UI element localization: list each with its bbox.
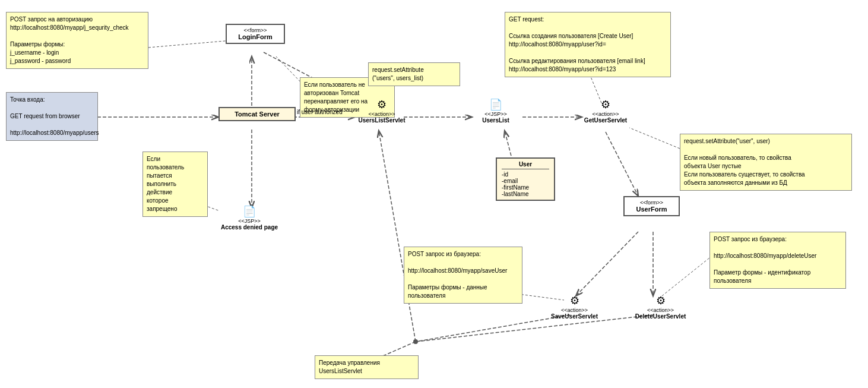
diagram-container: POST запрос на авторизацию http://localh… <box>0 0 868 388</box>
svg-line-14 <box>659 255 712 298</box>
label-if-authorized: if user authorized <box>297 109 343 115</box>
user-form-component: <<form>> UserForm <box>623 196 680 216</box>
note-entry-point: Точка входа: GET request from browser ht… <box>6 92 98 141</box>
note-user-denied: Если пользователь пытается выполнить дей… <box>142 152 208 217</box>
login-form-component: <<form>> LoginForm <box>226 24 285 44</box>
svg-line-6 <box>606 132 638 196</box>
get-user-servlet: ⚙ <<action>> GetUserServlet <box>579 98 632 124</box>
delete-user-servlet: ⚙ <<action>> DeleteUserServlet <box>629 294 692 320</box>
save-user-servlet: ⚙ <<action>> SaveUserServlet <box>546 294 603 320</box>
note-transfer-control: Передача управления UsersListServlet <box>315 355 419 379</box>
user-entity: User -id -email -firstName -lastName <box>496 157 555 201</box>
svg-line-8 <box>148 40 232 48</box>
svg-line-15 <box>576 232 638 296</box>
note-request-set-attribute: request.setAttribute ("users", users_lis… <box>368 62 460 86</box>
note-post-delete-user: POST запрос из браузера: http://localhos… <box>709 232 846 289</box>
tomcat-server-component: Tomcat Server <box>218 107 296 121</box>
note-get-request-user: GET request: Ссылка создания пользовател… <box>505 12 671 77</box>
users-list-jsp: 📄 <<JSP>> UsersList <box>472 98 519 124</box>
svg-point-19 <box>413 339 418 344</box>
note-post-save-user: POST запрос из браузера: http://localhos… <box>404 247 522 304</box>
note-request-set-user: request.setAttribute("user", user) Если … <box>680 134 852 191</box>
access-denied-jsp: 📄 <<JSP>> Access denied page <box>220 205 279 231</box>
svg-line-18 <box>416 315 653 342</box>
users-list-servlet: ⚙ <<action>> UsersListServlet <box>355 98 408 124</box>
note-post-request: POST запрос на авторизацию http://localh… <box>6 12 148 69</box>
svg-line-12 <box>629 128 680 149</box>
svg-line-21 <box>379 131 416 342</box>
